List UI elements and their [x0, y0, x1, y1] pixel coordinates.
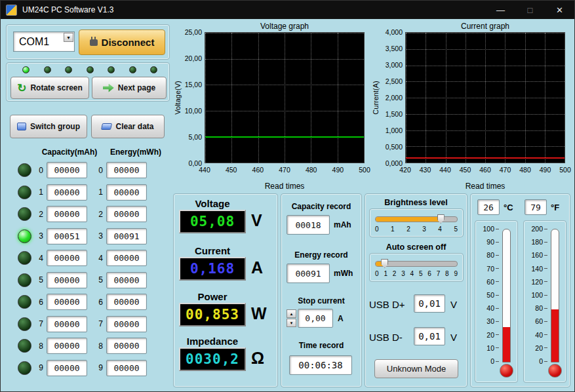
titlebar: UM24C PC Software V1.3 — □ ✕	[1, 1, 574, 19]
capacity-value: 00000	[47, 294, 87, 310]
grid-line	[466, 33, 466, 163]
energy-value: 00000	[106, 184, 147, 201]
rotate-icon: ↻	[17, 83, 26, 94]
group-row: 0 00000 0 00000	[6, 159, 170, 182]
rotate-screen-button[interactable]: ↻ Rotate screen	[10, 77, 89, 99]
clear-data-button[interactable]: Clear data	[91, 115, 165, 138]
stop-current-label: Stop current	[281, 296, 361, 305]
brightness-slider[interactable]: 012345	[369, 208, 464, 237]
slider-tick: 3	[401, 270, 405, 277]
close-icon: ✕	[556, 5, 563, 15]
voltage-y-ticks: 25,0020,0015,0010,005,000,00	[182, 32, 204, 163]
current-graph-title: Current graph	[405, 22, 565, 31]
stop-current-unit: A	[338, 314, 344, 323]
stop-current-value[interactable]: 0,00	[298, 309, 333, 328]
minimize-button[interactable]: —	[486, 1, 515, 19]
indicator-led	[44, 66, 51, 73]
y-tick: 3,500	[386, 45, 403, 52]
eraser-icon	[101, 123, 112, 130]
group-rows: 0 00000 0 00000 1 00000 1 00000 2 00000 …	[6, 159, 170, 379]
com-port-select[interactable]: COM1 ▾	[13, 31, 75, 52]
disconnect-button[interactable]: Disconnect	[79, 29, 165, 55]
voltage-plot-area	[205, 32, 365, 163]
current-plot-area	[405, 32, 565, 163]
grid-line	[446, 33, 446, 163]
scale-mark: 20	[486, 331, 499, 339]
energy-value: 00000	[106, 250, 147, 266]
usb-dplus-unit: V	[450, 299, 457, 310]
celsius-thermometer: 1009080706050403020100	[475, 220, 518, 383]
auto-off-track[interactable]	[375, 261, 458, 267]
maximize-button[interactable]: □	[515, 1, 545, 19]
voltage-x-ticks: 440450460470480490500	[205, 166, 365, 174]
switch-group-button[interactable]: Switch group	[10, 115, 87, 138]
impedance-meter-label: Impedance	[174, 336, 251, 347]
grid-line	[205, 163, 364, 163]
auto-off-slider[interactable]: 0123456789	[369, 253, 464, 282]
group-led	[18, 317, 31, 331]
x-tick: 440	[439, 166, 451, 174]
fahrenheit-value: 79	[525, 199, 547, 215]
spinner-up-button[interactable]: ▲	[287, 309, 296, 318]
grid-line	[565, 33, 565, 163]
y-tick: 5,00	[189, 133, 202, 141]
energy-record-label: Energy record	[281, 250, 361, 260]
connection-group: COM1 ▾ Disconnect	[6, 24, 170, 60]
slider-tick: 4	[438, 225, 442, 233]
indicator-led	[22, 66, 30, 73]
spinner-down-button[interactable]: ▼	[287, 319, 296, 327]
x-tick: 420	[399, 166, 411, 174]
energy-index: 1	[96, 187, 103, 197]
x-tick: 490	[540, 166, 551, 174]
celsius-fill	[503, 327, 510, 362]
capacity-value: 00000	[47, 184, 87, 201]
slider-tick: 4	[410, 270, 414, 277]
energy-index: 0	[96, 166, 103, 175]
scale-mark: 50	[486, 291, 499, 299]
close-button[interactable]: ✕	[545, 1, 574, 19]
records-panel: Capacity record 00018 mAh Energy record …	[281, 193, 362, 387]
caption-buttons: — □ ✕	[486, 1, 574, 19]
voltage-x-axis-label: Read times	[205, 182, 365, 191]
auto-off-thumb[interactable]	[381, 259, 388, 268]
celsius-scale: 1009080706050403020100	[477, 229, 499, 361]
capacity-value: 00000	[47, 316, 87, 332]
group-led	[18, 186, 31, 199]
y-tick: 15,00	[185, 81, 202, 88]
next-page-button[interactable]: Next page	[92, 77, 167, 99]
indicator-led	[108, 66, 115, 73]
scale-mark: 160	[531, 251, 547, 259]
scale-mark: 180	[531, 238, 547, 246]
scale-mark: 60	[535, 317, 547, 325]
group-row: 5 00000 5 00000	[6, 269, 170, 292]
brightness-track[interactable]	[375, 216, 458, 222]
brightness-thumb[interactable]	[437, 214, 445, 224]
slider-tick: 6	[427, 270, 431, 277]
capacity-value: 00000	[47, 272, 87, 288]
mode-button-label: Unknown Mode	[387, 364, 446, 374]
auto-off-label: Auto screen off	[365, 243, 467, 252]
y-tick: 25,00	[185, 28, 202, 36]
group-led	[18, 295, 31, 309]
energy-value: 00000	[106, 206, 147, 222]
energy-index: 3	[96, 231, 103, 241]
current-meter-label: Current	[174, 245, 251, 256]
energy-record-value: 00091	[287, 264, 330, 283]
y-tick: 10,00	[185, 107, 202, 115]
grid-line	[338, 33, 338, 163]
group-row: 1 00000 1 00000	[6, 182, 170, 204]
grid-line	[258, 33, 259, 163]
capacity-record-unit: mAh	[334, 220, 351, 229]
indicator-led	[150, 66, 157, 73]
y-tick: 3,000	[386, 61, 403, 69]
capacity-index: 8	[37, 342, 43, 351]
grid-line	[406, 163, 565, 163]
current-y-ticks: 4,0003,5003,0002,5002,0001,5001,0000,500…	[380, 32, 405, 163]
content: COM1 ▾ Disconnect ↻ Rotate screen Next p…	[1, 19, 575, 392]
chevron-down-icon[interactable]: ▾	[64, 33, 73, 42]
mode-button[interactable]: Unknown Mode	[374, 359, 458, 378]
x-tick: 460	[252, 166, 264, 174]
x-tick: 450	[460, 166, 471, 174]
grid-line	[311, 33, 311, 163]
x-tick: 430	[420, 166, 431, 174]
